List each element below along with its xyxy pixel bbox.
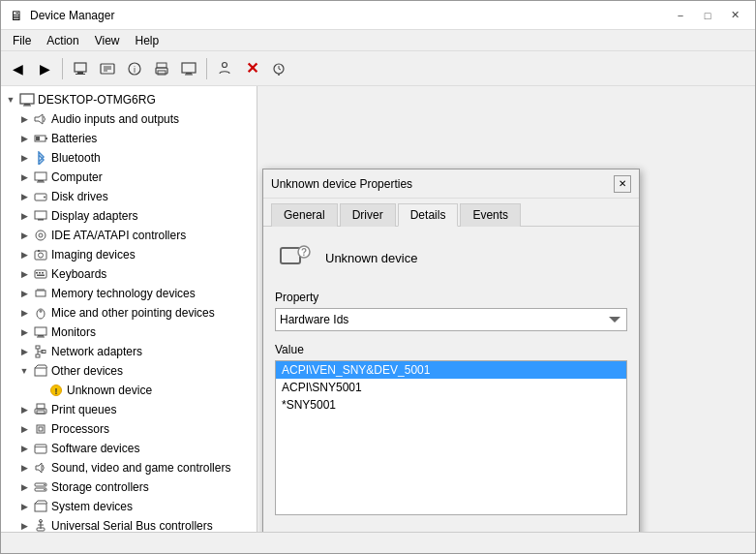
tree-item-memory[interactable]: ▶ Memory technology devices <box>1 284 257 303</box>
computer-label: Computer <box>51 170 103 184</box>
value-list-item-0[interactable]: ACPI\VEN_SNY&DEV_5001 <box>276 361 626 379</box>
tree-item-keyboards[interactable]: ▶ Keyboards <box>1 264 257 284</box>
tree-item-print[interactable]: ▶ Print queues <box>1 400 257 419</box>
tree-item-batteries[interactable]: ▶ Batteries <box>1 129 257 148</box>
other-toggle[interactable]: ▼ <box>18 365 30 377</box>
tab-general[interactable]: General <box>271 203 338 227</box>
value-list-item-1[interactable]: ACPI\SNY5001 <box>276 379 626 396</box>
svg-rect-53 <box>36 354 40 357</box>
tree-item-imaging[interactable]: ▶ Imaging devices <box>1 245 257 264</box>
tree-item-ide[interactable]: ▶ IDE ATA/ATAPI controllers <box>1 226 257 245</box>
tree-item-bluetooth[interactable]: ▶ Bluetooth <box>1 148 257 168</box>
processors-toggle[interactable]: ▶ <box>18 423 30 435</box>
disk-toggle[interactable]: ▶ <box>18 191 30 202</box>
svg-marker-20 <box>35 114 43 124</box>
print-toggle[interactable]: ▶ <box>18 404 30 416</box>
display-toggle[interactable]: ▶ <box>18 210 30 222</box>
tree-item-processors[interactable]: ▶ Processors <box>1 419 257 439</box>
maximize-button[interactable]: □ <box>695 6 720 25</box>
toolbar-devices-button[interactable] <box>212 56 237 81</box>
svg-rect-33 <box>35 251 46 260</box>
unknown-label: Unknown device <box>67 384 152 397</box>
network-toggle[interactable]: ▶ <box>18 346 30 357</box>
keyboards-label: Keyboards <box>51 267 106 281</box>
close-button[interactable]: ✕ <box>722 6 747 25</box>
tree-item-system[interactable]: ▶ System devices <box>1 497 257 516</box>
property-select[interactable]: Hardware Ids <box>275 308 627 331</box>
tree-item-monitors[interactable]: ▶ Monitors <box>1 323 257 342</box>
status-bar <box>1 532 755 553</box>
menu-view[interactable]: View <box>87 32 128 49</box>
usb-toggle[interactable]: ▶ <box>18 520 30 532</box>
svg-rect-64 <box>37 425 45 433</box>
menu-file[interactable]: File <box>5 32 39 49</box>
toolbar-printer-button[interactable] <box>149 56 174 81</box>
property-label: Property <box>275 291 627 304</box>
value-list-item-2[interactable]: *SNY5001 <box>276 396 626 414</box>
storage-toggle[interactable]: ▶ <box>18 481 30 493</box>
tree-item-storage[interactable]: ▶ Storage controllers <box>1 477 257 497</box>
toolbar-info-button[interactable]: i <box>122 56 147 81</box>
tab-details[interactable]: Details <box>398 203 459 227</box>
svg-rect-26 <box>37 182 45 183</box>
dialog-device-name: Unknown device <box>325 251 417 265</box>
svg-marker-68 <box>36 463 42 473</box>
software-toggle[interactable]: ▶ <box>18 443 30 454</box>
sound-toggle[interactable]: ▶ <box>18 462 30 474</box>
audio-toggle[interactable]: ▶ <box>18 113 30 125</box>
tab-events[interactable]: Events <box>460 203 521 227</box>
svg-rect-58 <box>35 368 46 376</box>
toolbar-computer-button[interactable] <box>68 56 93 81</box>
monitors-label: Monitors <box>51 325 96 339</box>
svg-rect-29 <box>35 211 46 219</box>
tab-driver[interactable]: Driver <box>340 203 396 227</box>
tree-item-mice[interactable]: ▶ Mice and other pointing devices <box>1 303 257 323</box>
keyboards-toggle[interactable]: ▶ <box>18 268 30 280</box>
sound-label: Sound, video and game controllers <box>51 461 230 475</box>
tree-item-disk[interactable]: ▶ Disk drives <box>1 187 257 206</box>
tree-item-network[interactable]: ▶ Network adapters <box>1 342 257 361</box>
toolbar-remove-button[interactable]: ✕ <box>239 56 264 81</box>
batteries-toggle[interactable]: ▶ <box>18 133 30 144</box>
root-label: DESKTOP-OTMG6RG <box>38 93 156 107</box>
svg-point-72 <box>44 489 45 491</box>
toolbar-forward-button[interactable]: ▶ <box>32 56 57 81</box>
toolbar-scan-button[interactable] <box>266 56 291 81</box>
window-controls: − □ ✕ <box>668 6 747 25</box>
tree-item-other[interactable]: ▼ Other devices <box>1 361 257 381</box>
svg-rect-61 <box>37 404 45 409</box>
minimize-button[interactable]: − <box>668 6 693 25</box>
toolbar-monitor-button[interactable] <box>176 56 201 81</box>
menu-action[interactable]: Action <box>39 32 86 49</box>
display-icon <box>33 208 48 224</box>
svg-rect-0 <box>75 63 86 72</box>
menu-help[interactable]: Help <box>128 32 167 49</box>
dialog-close-button[interactable]: ✕ <box>614 175 631 193</box>
ide-toggle[interactable]: ▶ <box>18 230 30 241</box>
tree-root-item[interactable]: ▼ DESKTOP-OTMG6RG <box>1 90 257 109</box>
other-label: Other devices <box>51 364 123 378</box>
tree-item-audio[interactable]: ▶ Audio inputs and outputs <box>1 109 257 129</box>
tree-item-software[interactable]: ▶ Software devices <box>1 439 257 458</box>
svg-rect-19 <box>23 106 31 107</box>
memory-toggle[interactable]: ▶ <box>18 288 30 299</box>
system-toggle[interactable]: ▶ <box>18 501 30 512</box>
monitors-icon <box>33 324 48 340</box>
computer-toggle[interactable]: ▶ <box>18 171 30 183</box>
imaging-toggle[interactable]: ▶ <box>18 249 30 261</box>
bluetooth-toggle[interactable]: ▶ <box>18 152 30 164</box>
main-content: ▼ DESKTOP-OTMG6RG ▶ Audio inputs and out… <box>1 86 755 532</box>
memory-icon <box>33 286 48 301</box>
dialog-body: ? Unknown device Property Hardware Ids V… <box>263 227 639 532</box>
svg-text:i: i <box>134 65 136 75</box>
toolbar-back-button[interactable]: ◀ <box>5 56 30 81</box>
tree-item-display[interactable]: ▶ Display adapters <box>1 206 257 226</box>
tree-item-unknown[interactable]: ! Unknown device <box>1 381 257 400</box>
toolbar-device-button[interactable] <box>95 56 120 81</box>
monitors-toggle[interactable]: ▶ <box>18 326 30 338</box>
tree-item-sound[interactable]: ▶ Sound, video and game controllers <box>1 458 257 477</box>
mice-toggle[interactable]: ▶ <box>18 307 30 319</box>
tree-item-computer[interactable]: ▶ Computer <box>1 168 257 187</box>
root-toggle[interactable]: ▼ <box>5 94 16 106</box>
tree-item-usb[interactable]: ▶ Universal Serial Bus controllers <box>1 516 257 532</box>
